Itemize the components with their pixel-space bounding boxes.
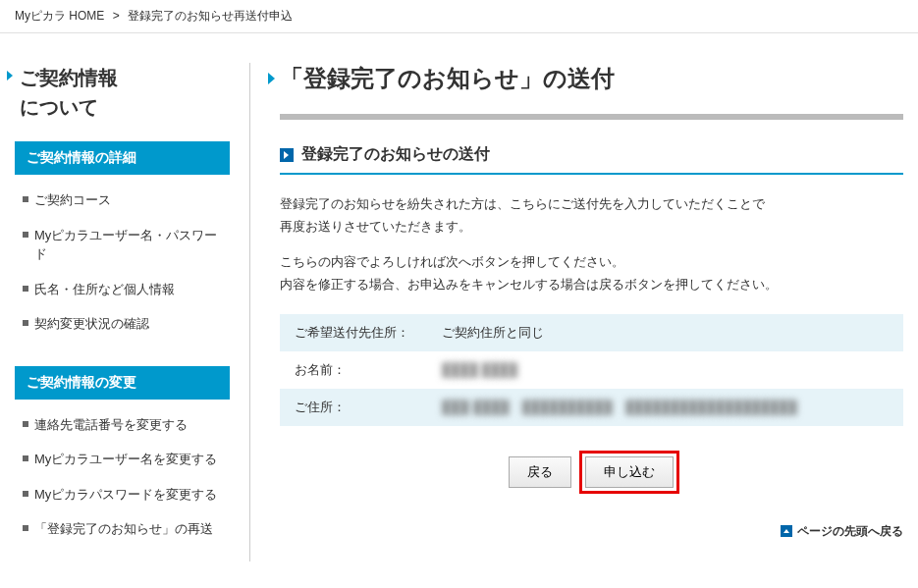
submit-highlight: 申し込む bbox=[579, 451, 679, 494]
sidebar-title: ご契約情報 について bbox=[15, 63, 230, 122]
sidebar-item-change-status[interactable]: 契約変更状況の確認 bbox=[15, 306, 230, 342]
sidebar-item-personal-info[interactable]: 氏名・住所など個人情報 bbox=[15, 272, 230, 307]
table-row: お名前： ████ ████ bbox=[280, 351, 903, 389]
row-value-address-type: ご契約住所と同じ bbox=[427, 314, 903, 351]
breadcrumb-separator: > bbox=[113, 9, 120, 23]
desc-text-1b: 再度お送りさせていただきます。 bbox=[280, 219, 471, 234]
title-underline bbox=[280, 114, 903, 120]
sidebar-item-change-password[interactable]: Myピカラパスワードを変更する bbox=[15, 477, 230, 512]
sidebar-title-line1: ご契約情報 bbox=[20, 67, 118, 88]
arrow-up-icon bbox=[781, 525, 792, 537]
back-button[interactable]: 戻る bbox=[509, 456, 571, 488]
sidebar-item-resend-notice[interactable]: 「登録完了のお知らせ」の再送 bbox=[15, 511, 230, 547]
table-row: ご住所： ███-████ ██████████ ███████████████… bbox=[280, 389, 903, 426]
section-header-details: ご契約情報の詳細 bbox=[15, 141, 230, 175]
confirmation-table: ご希望送付先住所： ご契約住所と同じ お名前： ████ ████ ご住所： █… bbox=[280, 314, 903, 426]
sidebar-item-change-phone[interactable]: 連絡先電話番号を変更する bbox=[15, 407, 230, 443]
main-content: 「登録完了のお知らせ」の送付 登録完了のお知らせの送付 登録完了のお知らせを紛失… bbox=[250, 63, 903, 561]
row-label-address-type: ご希望送付先住所： bbox=[280, 314, 427, 351]
table-row: ご希望送付先住所： ご契約住所と同じ bbox=[280, 314, 903, 351]
description: 登録完了のお知らせを紛失された方は、こちらにご送付先を入力していただくことで 再… bbox=[280, 192, 903, 296]
page-top-link-area: ページの先頭へ戻る bbox=[280, 523, 903, 540]
sidebar-item-course[interactable]: ご契約コース bbox=[15, 183, 230, 218]
menu-list-changes: 連絡先電話番号を変更する Myピカラユーザー名を変更する Myピカラパスワードを… bbox=[15, 400, 230, 561]
row-label-name: お名前： bbox=[280, 351, 427, 389]
arrow-right-icon bbox=[280, 148, 294, 162]
sidebar: ご契約情報 について ご契約情報の詳細 ご契約コース Myピカラユーザー名・パス… bbox=[15, 63, 250, 561]
menu-list-details: ご契約コース Myピカラユーザー名・パスワード 氏名・住所など個人情報 契約変更… bbox=[15, 175, 230, 356]
breadcrumb: Myピカラ HOME > 登録完了のお知らせ再送付申込 bbox=[0, 0, 918, 33]
sidebar-item-change-username[interactable]: Myピカラユーザー名を変更する bbox=[15, 442, 230, 477]
row-value-address: ███-████ ██████████ ███████████████████ bbox=[427, 389, 903, 426]
button-area: 戻る 申し込む bbox=[280, 451, 903, 494]
desc-text-2a: こちらの内容でよろしければ次へボタンを押してください。 bbox=[280, 254, 624, 269]
page-top-link[interactable]: ページの先頭へ戻る bbox=[781, 524, 903, 538]
page-top-text: ページの先頭へ戻る bbox=[797, 524, 903, 538]
sidebar-item-username-password[interactable]: Myピカラユーザー名・パスワード bbox=[15, 218, 230, 272]
breadcrumb-current: 登録完了のお知らせ再送付申込 bbox=[128, 9, 293, 23]
desc-text-2b: 内容を修正する場合、お申込みをキャンセルする場合は戻るボタンを押してください。 bbox=[280, 277, 778, 292]
page-title: 「登録完了のお知らせ」の送付 bbox=[280, 63, 903, 106]
section-title-text: 登録完了のお知らせの送付 bbox=[301, 144, 490, 165]
desc-text-1a: 登録完了のお知らせを紛失された方は、こちらにご送付先を入力していただくことで bbox=[280, 196, 765, 211]
row-label-address: ご住所： bbox=[280, 389, 427, 426]
sidebar-title-line2: について bbox=[20, 96, 98, 118]
submit-button[interactable]: 申し込む bbox=[585, 456, 674, 488]
section-title: 登録完了のお知らせの送付 bbox=[280, 144, 903, 175]
row-value-name: ████ ████ bbox=[427, 351, 903, 389]
section-header-changes: ご契約情報の変更 bbox=[15, 366, 230, 400]
breadcrumb-home-link[interactable]: Myピカラ HOME bbox=[15, 9, 104, 23]
